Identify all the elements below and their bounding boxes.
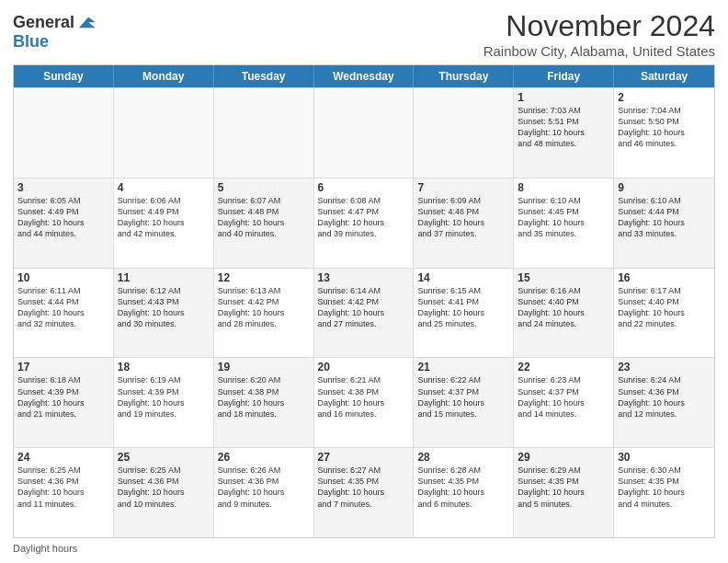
- day-number: 5: [218, 181, 310, 194]
- calendar-cell-empty-4: [414, 88, 514, 178]
- logo-text-blue: Blue: [13, 32, 49, 51]
- calendar-header: SundayMondayTuesdayWednesdayThursdayFrid…: [14, 65, 714, 87]
- cell-daylight-info: Sunrise: 6:26 AM Sunset: 4:36 PM Dayligh…: [218, 465, 310, 510]
- cell-daylight-info: Sunrise: 6:07 AM Sunset: 4:48 PM Dayligh…: [218, 195, 310, 240]
- calendar-cell-empty-1: [114, 88, 214, 178]
- day-number: 17: [17, 361, 109, 373]
- cell-daylight-info: Sunrise: 6:17 AM Sunset: 4:40 PM Dayligh…: [618, 285, 711, 330]
- cell-daylight-info: Sunrise: 6:19 AM Sunset: 4:39 PM Dayligh…: [118, 374, 210, 419]
- day-number: 11: [118, 271, 210, 284]
- calendar-cell-23: 23Sunrise: 6:24 AM Sunset: 4:36 PM Dayli…: [614, 358, 714, 447]
- day-number: 9: [618, 181, 711, 194]
- cell-daylight-info: Sunrise: 6:22 AM Sunset: 4:37 PM Dayligh…: [417, 374, 509, 419]
- day-number: 8: [518, 181, 609, 194]
- day-number: 23: [618, 361, 711, 373]
- page: General Blue November 2024 Rainbow City,…: [0, 0, 728, 563]
- day-number: 13: [318, 271, 410, 284]
- calendar-cell-7: 7Sunrise: 6:09 AM Sunset: 4:46 PM Daylig…: [414, 178, 514, 268]
- day-number: 21: [417, 361, 509, 373]
- calendar-row-4: 24Sunrise: 6:25 AM Sunset: 4:36 PM Dayli…: [14, 447, 714, 537]
- day-number: 26: [218, 451, 310, 464]
- calendar-cell-18: 18Sunrise: 6:19 AM Sunset: 4:39 PM Dayli…: [114, 358, 214, 447]
- logo-icon: [76, 13, 97, 33]
- weekday-header-sunday: Sunday: [14, 65, 114, 87]
- weekday-header-wednesday: Wednesday: [314, 65, 415, 87]
- calendar-cell-28: 28Sunrise: 6:28 AM Sunset: 4:35 PM Dayli…: [414, 448, 514, 537]
- svg-marker-0: [79, 17, 96, 28]
- calendar-cell-25: 25Sunrise: 6:25 AM Sunset: 4:36 PM Dayli…: [114, 448, 214, 537]
- cell-daylight-info: Sunrise: 6:09 AM Sunset: 4:46 PM Dayligh…: [417, 195, 509, 240]
- day-number: 4: [118, 181, 210, 194]
- weekday-header-saturday: Saturday: [614, 65, 714, 87]
- calendar-cell-1: 1Sunrise: 7:03 AM Sunset: 5:51 PM Daylig…: [514, 88, 614, 178]
- logo: General Blue: [13, 13, 97, 52]
- day-number: 29: [518, 451, 609, 464]
- cell-daylight-info: Sunrise: 6:24 AM Sunset: 4:36 PM Dayligh…: [618, 374, 711, 419]
- calendar-cell-29: 29Sunrise: 6:29 AM Sunset: 4:35 PM Dayli…: [514, 448, 614, 537]
- day-number: 28: [417, 451, 509, 464]
- day-number: 25: [118, 451, 210, 464]
- calendar-cell-12: 12Sunrise: 6:13 AM Sunset: 4:42 PM Dayli…: [214, 269, 314, 358]
- calendar-cell-10: 10Sunrise: 6:11 AM Sunset: 4:44 PM Dayli…: [14, 269, 114, 358]
- cell-daylight-info: Sunrise: 6:25 AM Sunset: 4:36 PM Dayligh…: [17, 465, 109, 510]
- cell-daylight-info: Sunrise: 6:15 AM Sunset: 4:41 PM Dayligh…: [417, 285, 509, 330]
- calendar-cell-26: 26Sunrise: 6:26 AM Sunset: 4:36 PM Dayli…: [214, 448, 314, 537]
- cell-daylight-info: Sunrise: 7:03 AM Sunset: 5:51 PM Dayligh…: [518, 105, 609, 150]
- calendar-cell-24: 24Sunrise: 6:25 AM Sunset: 4:36 PM Dayli…: [14, 448, 114, 537]
- calendar-cell-5: 5Sunrise: 6:07 AM Sunset: 4:48 PM Daylig…: [214, 178, 314, 268]
- calendar-cell-16: 16Sunrise: 6:17 AM Sunset: 4:40 PM Dayli…: [614, 269, 714, 358]
- calendar-cell-3: 3Sunrise: 6:05 AM Sunset: 4:49 PM Daylig…: [14, 178, 114, 268]
- cell-daylight-info: Sunrise: 7:04 AM Sunset: 5:50 PM Dayligh…: [618, 105, 711, 150]
- calendar-cell-4: 4Sunrise: 6:06 AM Sunset: 4:49 PM Daylig…: [114, 178, 214, 268]
- day-number: 20: [318, 361, 410, 373]
- cell-daylight-info: Sunrise: 6:14 AM Sunset: 4:42 PM Dayligh…: [318, 285, 410, 330]
- calendar-row-2: 10Sunrise: 6:11 AM Sunset: 4:44 PM Dayli…: [14, 268, 714, 358]
- calendar-cell-empty-0: [14, 88, 114, 178]
- day-number: 16: [618, 271, 711, 284]
- subtitle: Rainbow City, Alabama, United States: [483, 43, 715, 59]
- calendar-cell-14: 14Sunrise: 6:15 AM Sunset: 4:41 PM Dayli…: [414, 269, 514, 358]
- cell-daylight-info: Sunrise: 6:23 AM Sunset: 4:37 PM Dayligh…: [518, 374, 609, 419]
- calendar-cell-9: 9Sunrise: 6:10 AM Sunset: 4:44 PM Daylig…: [614, 178, 714, 268]
- cell-daylight-info: Sunrise: 6:16 AM Sunset: 4:40 PM Dayligh…: [518, 285, 609, 330]
- cell-daylight-info: Sunrise: 6:05 AM Sunset: 4:49 PM Dayligh…: [17, 195, 109, 240]
- calendar-cell-15: 15Sunrise: 6:16 AM Sunset: 4:40 PM Dayli…: [514, 269, 614, 358]
- weekday-header-tuesday: Tuesday: [214, 65, 314, 87]
- day-number: 14: [417, 271, 509, 284]
- calendar-cell-27: 27Sunrise: 6:27 AM Sunset: 4:35 PM Dayli…: [314, 448, 415, 537]
- calendar-row-3: 17Sunrise: 6:18 AM Sunset: 4:39 PM Dayli…: [14, 357, 714, 447]
- cell-daylight-info: Sunrise: 6:08 AM Sunset: 4:47 PM Dayligh…: [318, 195, 410, 240]
- calendar-cell-11: 11Sunrise: 6:12 AM Sunset: 4:43 PM Dayli…: [114, 269, 214, 358]
- cell-daylight-info: Sunrise: 6:12 AM Sunset: 4:43 PM Dayligh…: [118, 285, 210, 330]
- cell-daylight-info: Sunrise: 6:28 AM Sunset: 4:35 PM Dayligh…: [417, 465, 509, 510]
- cell-daylight-info: Sunrise: 6:20 AM Sunset: 4:38 PM Dayligh…: [218, 374, 310, 419]
- cell-daylight-info: Sunrise: 6:11 AM Sunset: 4:44 PM Dayligh…: [17, 285, 109, 330]
- day-number: 10: [17, 271, 109, 284]
- calendar-cell-21: 21Sunrise: 6:22 AM Sunset: 4:37 PM Dayli…: [414, 358, 514, 447]
- calendar-cell-empty-3: [314, 88, 415, 178]
- calendar-cell-empty-2: [214, 88, 314, 178]
- day-number: 12: [218, 271, 310, 284]
- header: General Blue November 2024 Rainbow City,…: [13, 9, 715, 59]
- calendar-cell-13: 13Sunrise: 6:14 AM Sunset: 4:42 PM Dayli…: [314, 269, 415, 358]
- day-number: 22: [518, 361, 609, 373]
- calendar-row-0: 1Sunrise: 7:03 AM Sunset: 5:51 PM Daylig…: [14, 87, 714, 178]
- day-number: 1: [518, 91, 609, 104]
- cell-daylight-info: Sunrise: 6:21 AM Sunset: 4:38 PM Dayligh…: [318, 374, 410, 419]
- logo-text-general: General: [13, 14, 74, 32]
- calendar-cell-8: 8Sunrise: 6:10 AM Sunset: 4:45 PM Daylig…: [514, 178, 614, 268]
- day-number: 30: [618, 451, 711, 464]
- title-block: November 2024 Rainbow City, Alabama, Uni…: [483, 9, 715, 59]
- calendar-cell-2: 2Sunrise: 7:04 AM Sunset: 5:50 PM Daylig…: [614, 88, 714, 178]
- calendar-cell-17: 17Sunrise: 6:18 AM Sunset: 4:39 PM Dayli…: [14, 358, 114, 447]
- cell-daylight-info: Sunrise: 6:18 AM Sunset: 4:39 PM Dayligh…: [17, 374, 109, 419]
- day-number: 3: [17, 181, 109, 194]
- calendar-row-1: 3Sunrise: 6:05 AM Sunset: 4:49 PM Daylig…: [14, 178, 714, 268]
- weekday-header-monday: Monday: [114, 65, 214, 87]
- calendar-cell-19: 19Sunrise: 6:20 AM Sunset: 4:38 PM Dayli…: [214, 358, 314, 447]
- footer-text: Daylight hours: [13, 543, 77, 554]
- cell-daylight-info: Sunrise: 6:10 AM Sunset: 4:44 PM Dayligh…: [618, 195, 711, 240]
- cell-daylight-info: Sunrise: 6:29 AM Sunset: 4:35 PM Dayligh…: [518, 465, 609, 510]
- weekday-header-thursday: Thursday: [414, 65, 514, 87]
- day-number: 6: [318, 181, 410, 194]
